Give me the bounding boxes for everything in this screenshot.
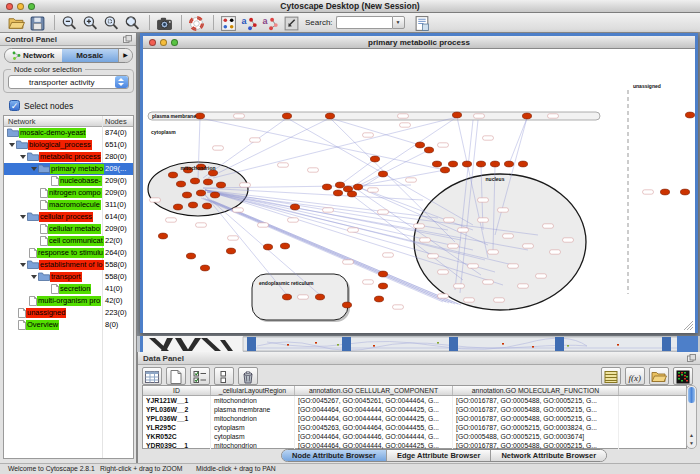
tree-row[interactable]: nitrogen compo209(0)	[4, 187, 133, 199]
table-cell[interactable]: [GO:0005488, GO:0005215, GO:0003674]	[453, 432, 619, 441]
canvas-resize-grip[interactable]	[684, 321, 693, 330]
column-id[interactable]: ID	[143, 386, 211, 395]
tree-row[interactable]: primary metabo209(...	[4, 163, 133, 175]
table-row[interactable]: YJR121W__1mitochondrion[GO:0045267, GO:0…	[143, 396, 686, 405]
network-node[interactable]	[182, 192, 191, 198]
scrollbar-thumb[interactable]	[688, 387, 695, 403]
float-panel-icon[interactable]	[687, 354, 696, 362]
network-window-close-button[interactable]	[149, 39, 156, 46]
network-node[interactable]	[173, 204, 182, 210]
tab-overflow-arrow-icon[interactable]: ▶	[118, 49, 132, 62]
tab-node-attribute-browser[interactable]: Node Attribute Browser	[282, 450, 387, 461]
table-cell[interactable]: [GO:0016787, GO:0005488, GO:0005215, G..…	[453, 414, 619, 423]
network-node[interactable]	[504, 161, 513, 167]
table-cell[interactable]: YPL036W__2	[143, 405, 211, 414]
tree-expander-icon[interactable]	[9, 143, 15, 147]
tree-row[interactable]: mosaic-demo-yeast874(0)	[4, 127, 133, 139]
network-node[interactable]	[415, 142, 424, 148]
tree-expander-icon[interactable]	[20, 215, 26, 219]
tree-row[interactable]: response to stimulu264(0)	[4, 247, 133, 259]
table-cell[interactable]: mitochondrion	[211, 396, 295, 405]
table-cell[interactable]: YPL036W__1	[143, 414, 211, 423]
network-node[interactable]	[432, 161, 441, 167]
table-cell[interactable]: YKR052C	[143, 432, 211, 441]
import-folder-icon[interactable]	[649, 367, 669, 385]
network-node[interactable]	[322, 184, 331, 190]
network-window-titlebar[interactable]: primary metabolic process	[143, 36, 695, 49]
zoom-window-button[interactable]	[28, 3, 35, 10]
network-node[interactable]	[196, 190, 205, 196]
network-node[interactable]	[518, 161, 527, 167]
network-node[interactable]	[680, 189, 689, 195]
network-node[interactable]	[378, 283, 387, 289]
network-node[interactable]	[448, 161, 457, 167]
search-input[interactable]	[336, 16, 392, 29]
tree-row[interactable]: cellular process614(0)	[4, 211, 133, 223]
scrollbar-arrows[interactable]: ▲▼	[687, 431, 696, 447]
tree-row[interactable]: cell communicat22(0)	[4, 235, 133, 247]
network-node[interactable]	[282, 294, 291, 300]
table-cell[interactable]: [GO:0016787, GO:0005488, GO:0005215, G..…	[453, 405, 619, 414]
table-cell[interactable]: [GO:0044464, GO:0044446, GO:0044444, G..…	[295, 432, 453, 441]
attribute-table[interactable]: ID _cellularLayoutRegion annotation.GO C…	[142, 385, 687, 449]
network-node[interactable]	[203, 179, 212, 185]
select-nodes-checkbox-row[interactable]: ✓ Select nodes	[9, 100, 73, 111]
network-node[interactable]	[188, 202, 197, 208]
table-cell[interactable]: [GO:0016787, GO:0005215, GO:0003824, G..…	[453, 423, 619, 432]
network-node[interactable]	[315, 294, 324, 300]
network-edge[interactable]	[509, 118, 527, 164]
tree-row[interactable]: secretion41(0)	[4, 283, 133, 295]
network-node[interactable]	[424, 147, 433, 153]
minimize-button[interactable]	[17, 3, 24, 10]
network-node[interactable]	[490, 161, 499, 167]
checkbox-pair-icon[interactable]	[214, 367, 234, 385]
network-node[interactable]	[347, 191, 356, 197]
trash-icon[interactable]	[238, 367, 258, 385]
attribute-table-body[interactable]: YJR121W__1mitochondrion[GO:0045267, GO:0…	[143, 396, 686, 450]
table-cell[interactable]: mitochondrion	[211, 441, 295, 450]
network-node[interactable]	[378, 271, 387, 277]
network-annotation-b-icon[interactable]: a	[261, 14, 280, 32]
network-node[interactable]	[280, 243, 289, 249]
table-cell[interactable]: [GO:0044464, GO:0044444, GO:0044425, G..…	[295, 405, 453, 414]
zoom-selected-icon[interactable]	[102, 14, 121, 32]
tree-expander-icon[interactable]	[31, 275, 37, 279]
tree-row[interactable]: cellular metabo209(0)	[4, 223, 133, 235]
formula-fx-icon[interactable]: f(x)	[625, 367, 645, 385]
zoom-out-icon[interactable]	[60, 14, 79, 32]
node-color-dropdown[interactable]: transporter activity	[8, 75, 129, 89]
new-attribute-doc-icon[interactable]	[166, 367, 186, 385]
tab-network[interactable]: Network	[5, 49, 62, 62]
tree-row[interactable]: macromolecule311(0)	[4, 199, 133, 211]
table-scrollbar[interactable]: ▲▼	[686, 385, 697, 449]
network-node[interactable]	[342, 302, 351, 308]
network-node[interactable]	[374, 296, 383, 302]
table-cell[interactable]: YLR295C	[143, 423, 211, 432]
network-node[interactable]	[176, 181, 185, 187]
network-node[interactable]	[325, 113, 334, 119]
attribute-select-table-icon[interactable]	[142, 367, 162, 385]
tree-row[interactable]: metabolic process280(0)	[4, 151, 133, 163]
network-node[interactable]	[158, 233, 167, 239]
table-cell[interactable]: [GO:0045267, GO:0045261, GO:0044464, G..…	[295, 396, 453, 405]
tree-row[interactable]: establishment of lo558(0)	[4, 259, 133, 271]
table-cell[interactable]: mitochondrion	[211, 414, 295, 423]
search-dropdown-arrow-icon[interactable]: ▼	[392, 16, 405, 29]
network-node[interactable]	[226, 248, 235, 254]
network-node[interactable]	[216, 182, 225, 188]
zoom-fit-icon[interactable]	[123, 14, 142, 32]
network-node[interactable]	[333, 190, 342, 196]
tab-edge-attribute-browser[interactable]: Edge Attribute Browser	[387, 450, 491, 461]
network-node[interactable]	[290, 204, 299, 210]
network-node[interactable]	[462, 161, 471, 167]
network-view-window[interactable]: primary metabolic process plasma membran…	[140, 33, 698, 333]
tab-mosaic[interactable]: Mosaic	[62, 49, 119, 62]
camera-snapshot-icon[interactable]	[155, 14, 174, 32]
network-node[interactable]	[195, 113, 204, 119]
table-cell[interactable]: cytoplasm	[211, 423, 295, 432]
tree-expander-icon[interactable]	[20, 155, 26, 159]
network-edge[interactable]	[340, 159, 375, 185]
close-button[interactable]	[6, 3, 13, 10]
network-node[interactable]	[685, 112, 694, 118]
table-cell[interactable]: [GO:0045263, GO:0044464, GO:0044455, G..…	[295, 423, 453, 432]
